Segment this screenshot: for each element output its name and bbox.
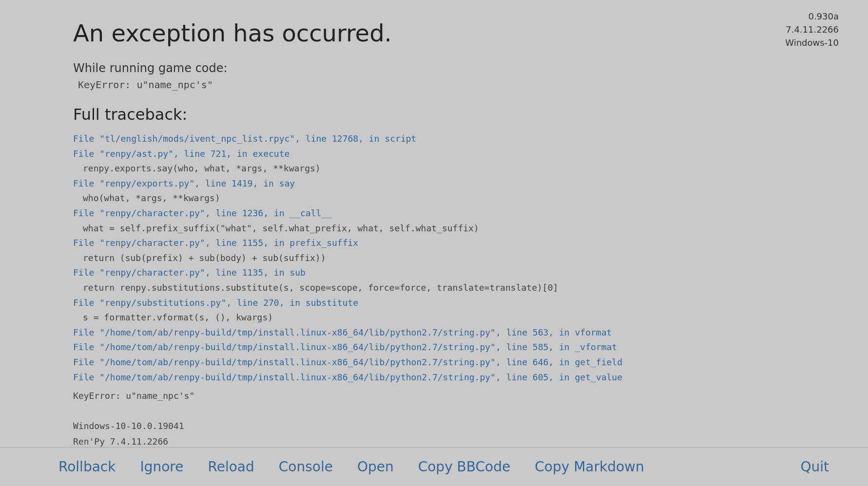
sys-renpy: Ren'Py 7.4.11.2266 xyxy=(73,434,814,447)
open-button[interactable]: Open xyxy=(347,454,404,480)
traceback-file-8: File "/home/tom/ab/renpy-build/tmp/insta… xyxy=(73,342,617,352)
traceback-code-6: s = formatter.vformat(s, (), kwargs) xyxy=(83,312,273,322)
traceback-code-3: what = self.prefix_suffix("what", self.w… xyxy=(83,223,479,233)
traceback-file-6: File "renpy/substitutions.py", line 270,… xyxy=(73,298,358,308)
traceback-final-error: KeyError: u"name_npc's" xyxy=(73,389,814,404)
copy-bbcode-button[interactable]: Copy BBCode xyxy=(408,454,521,480)
traceback-code-4: return (sub(prefix) + sub(body) + sub(su… xyxy=(83,253,326,263)
ignore-button[interactable]: Ignore xyxy=(130,454,193,480)
while-running-label: While running game code: xyxy=(73,61,814,75)
exception-title: An exception has occurred. xyxy=(73,19,814,47)
traceback-entry-0: File "tl/english/mods/ivent_npc_list.rpy… xyxy=(73,131,814,147)
traceback-code-1: renpy.exports.say(who, what, *args, **kw… xyxy=(83,163,321,173)
traceback-entry-2: File "renpy/exports.py", line 1419, in s… xyxy=(73,176,814,206)
console-button[interactable]: Console xyxy=(269,454,343,480)
traceback-entry-5: File "renpy/character.py", line 1135, in… xyxy=(73,265,814,295)
traceback-file-10: File "/home/tom/ab/renpy-build/tmp/insta… xyxy=(73,372,622,382)
traceback-entry-10: File "/home/tom/ab/renpy-build/tmp/insta… xyxy=(73,370,814,385)
traceback-file-5: File "renpy/character.py", line 1135, in… xyxy=(73,267,306,278)
traceback-file-1: File "renpy/ast.py", line 721, in execut… xyxy=(73,149,289,159)
key-error-message: KeyError: u"name_npc's" xyxy=(78,79,814,91)
reload-button[interactable]: Reload xyxy=(198,454,264,480)
traceback-file-7: File "/home/tom/ab/renpy-build/tmp/insta… xyxy=(73,327,612,337)
bottom-bar: Rollback Ignore Reload Console Open Copy… xyxy=(0,447,868,486)
traceback-code-5: return renpy.substitutions.substitute(s,… xyxy=(83,282,558,293)
traceback-entry-4: File "renpy/character.py", line 1155, in… xyxy=(73,236,814,265)
traceback-block: File "tl/english/mods/ivent_npc_list.rpy… xyxy=(73,131,814,404)
traceback-entry-6: File "renpy/substitutions.py", line 270,… xyxy=(73,296,814,325)
traceback-file-3: File "renpy/character.py", line 1236, in… xyxy=(73,208,332,218)
sys-os: Windows-10-10.0.19041 xyxy=(73,418,814,434)
traceback-title: Full traceback: xyxy=(73,105,814,124)
traceback-file-0: File "tl/english/mods/ivent_npc_list.rpy… xyxy=(73,133,416,144)
traceback-entry-7: File "/home/tom/ab/renpy-build/tmp/insta… xyxy=(73,325,814,340)
traceback-entry-9: File "/home/tom/ab/renpy-build/tmp/insta… xyxy=(73,355,814,370)
traceback-file-9: File "/home/tom/ab/renpy-build/tmp/insta… xyxy=(73,357,622,367)
traceback-entry-1: File "renpy/ast.py", line 721, in execut… xyxy=(73,147,814,176)
rollback-button[interactable]: Rollback xyxy=(49,454,125,480)
quit-button[interactable]: Quit xyxy=(791,454,839,480)
traceback-entry-8: File "/home/tom/ab/renpy-build/tmp/insta… xyxy=(73,340,814,355)
traceback-code-2: who(what, *args, **kwargs) xyxy=(83,193,220,203)
copy-markdown-button[interactable]: Copy Markdown xyxy=(525,454,654,480)
traceback-entry-3: File "renpy/character.py", line 1236, in… xyxy=(73,206,814,236)
traceback-file-2: File "renpy/exports.py", line 1419, in s… xyxy=(73,178,295,188)
main-content: An exception has occurred. While running… xyxy=(0,0,844,447)
system-info: Windows-10-10.0.19041 Ren'Py 7.4.11.2266… xyxy=(73,418,814,447)
traceback-file-4: File "renpy/character.py", line 1155, in… xyxy=(73,238,358,248)
